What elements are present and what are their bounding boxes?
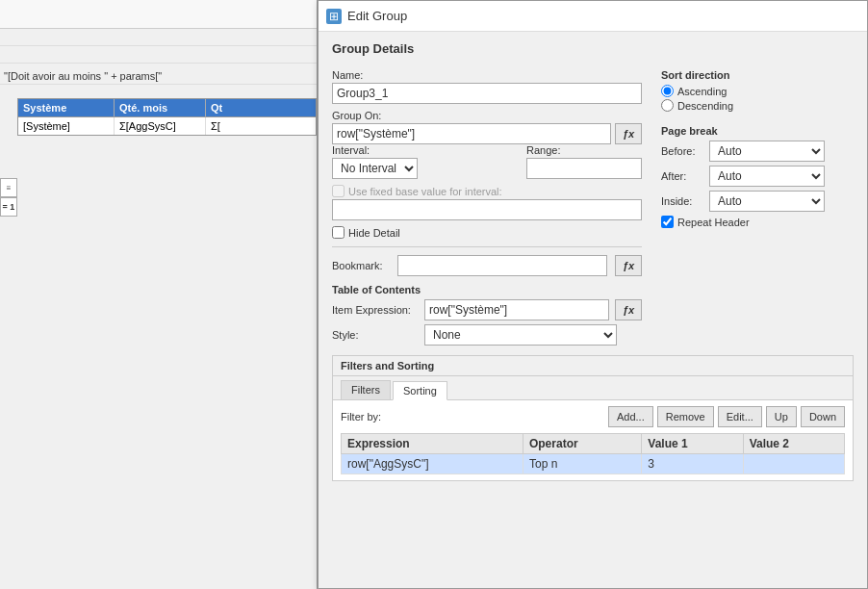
fs-buttons: Add... Remove Edit... Up Down xyxy=(608,406,845,427)
main-two-col: Name: Group On: ƒx Interval: No Interval xyxy=(332,69,854,346)
item-expression-row: Item Expression: ƒx xyxy=(332,299,642,320)
sidebar-icon-1[interactable]: ≡ xyxy=(0,178,17,197)
filters-sorting-header: Filters and Sorting xyxy=(333,356,853,376)
hide-detail-row: Hide Detail xyxy=(332,226,642,239)
fs-toolbar: Filter by: Add... Remove Edit... Up Down xyxy=(341,406,845,427)
col-qte-mois: Qté. mois xyxy=(115,99,206,116)
fs-tabs: Filters Sorting xyxy=(333,376,853,400)
item-expression-fx-button[interactable]: ƒx xyxy=(615,299,642,320)
up-button[interactable]: Up xyxy=(766,406,797,427)
filter-table: Expression Operator Value 1 Value 2 row[… xyxy=(341,433,845,474)
filters-sorting-section: Filters and Sorting Filters Sorting Filt… xyxy=(332,355,854,481)
row-operator: Top n xyxy=(523,454,641,474)
after-row: After: Auto Always Never xyxy=(661,166,854,187)
descending-row: Descending xyxy=(661,99,854,112)
dialog-icon: ⊞ xyxy=(326,9,342,24)
name-label: Name: xyxy=(332,69,642,81)
remove-button[interactable]: Remove xyxy=(657,406,714,427)
dialog-titlebar: ⊞ Edit Group xyxy=(319,1,867,32)
add-button[interactable]: Add... xyxy=(608,406,653,427)
interval-col: Interval: No Interval xyxy=(332,144,517,179)
toc-title: Table of Contents xyxy=(332,284,642,295)
dialog-icon-symbol: ⊞ xyxy=(329,10,339,23)
divider-1 xyxy=(332,246,642,247)
col-operator: Operator xyxy=(523,434,641,454)
ascending-row: Ascending xyxy=(661,85,854,97)
before-select[interactable]: Auto Always Never xyxy=(709,141,825,162)
interval-select[interactable]: No Interval xyxy=(332,158,418,179)
page-break-title: Page break xyxy=(661,125,854,137)
background-panel: "[Doit avoir au moins " + params[" ≡ = 1… xyxy=(0,0,318,589)
section-title: Group Details xyxy=(332,41,854,60)
descending-label: Descending xyxy=(677,100,733,112)
interval-range-row: Interval: No Interval Range: xyxy=(332,144,642,179)
row-value2 xyxy=(743,454,844,474)
hide-detail-checkbox[interactable] xyxy=(332,226,345,239)
group-on-input[interactable] xyxy=(332,123,611,144)
sidebar-icon-2[interactable]: = 1 xyxy=(0,197,17,217)
formula-bar: "[Doit avoir au moins " + params[" xyxy=(0,64,317,85)
dialog-title: Edit Group xyxy=(347,9,407,23)
after-select[interactable]: Auto Always Never xyxy=(709,166,825,187)
use-fixed-base-row: Use fixed base value for interval: xyxy=(332,185,642,197)
after-label: After: xyxy=(661,170,702,182)
right-col: Sort direction Ascending Descending Page… xyxy=(661,69,854,346)
style-label: Style: xyxy=(332,329,419,341)
bookmark-fx-button[interactable]: ƒx xyxy=(615,255,642,276)
table-row[interactable]: row["AggSysC"] Top n 3 xyxy=(342,454,845,474)
col-qt: Qt xyxy=(206,99,316,116)
row-sigma: Σ[ xyxy=(206,117,316,135)
hide-detail-label: Hide Detail xyxy=(348,227,400,239)
style-row: Style: None Heading 1 Heading 2 xyxy=(332,324,642,346)
descending-radio[interactable] xyxy=(661,99,674,112)
row-value1: 3 xyxy=(642,454,743,474)
page-break-section: Page break Before: Auto Always Never Aft… xyxy=(661,125,854,228)
edit-group-dialog: ⊞ Edit Group Group Details Name: Group O… xyxy=(318,0,868,589)
filters-tab[interactable]: Filters xyxy=(341,380,391,399)
item-expression-input[interactable] xyxy=(424,299,609,320)
ascending-radio[interactable] xyxy=(661,85,674,97)
group-on-fx-button[interactable]: ƒx xyxy=(615,123,642,144)
col-value1: Value 1 xyxy=(642,434,743,454)
col-value2: Value 2 xyxy=(743,434,844,454)
edit-button[interactable]: Edit... xyxy=(718,406,762,427)
bookmark-input[interactable] xyxy=(397,255,607,276)
bookmark-row: Bookmark: ƒx xyxy=(332,255,642,276)
toc-section: Table of Contents Item Expression: ƒx St… xyxy=(332,284,642,346)
inside-label: Inside: xyxy=(661,195,702,207)
row-systeme: [Système] xyxy=(18,117,115,135)
item-expression-label: Item Expression: xyxy=(332,304,419,316)
repeat-header-row: Repeat Header xyxy=(661,216,854,228)
down-button[interactable]: Down xyxy=(801,406,845,427)
inside-row: Inside: Auto Always Never xyxy=(661,191,854,212)
group-on-label: Group On: xyxy=(332,110,642,121)
fixed-base-input[interactable] xyxy=(332,199,642,220)
bookmark-label: Bookmark: xyxy=(332,260,390,271)
fs-content: Filter by: Add... Remove Edit... Up Down… xyxy=(333,400,853,480)
before-label: Before: xyxy=(661,145,702,157)
ascending-label: Ascending xyxy=(677,86,727,97)
range-label: Range: xyxy=(526,144,642,156)
sort-direction-title: Sort direction xyxy=(661,69,854,81)
use-fixed-base-checkbox[interactable] xyxy=(332,185,345,197)
row-expression: row["AggSysC"] xyxy=(342,454,523,474)
range-col: Range: xyxy=(526,144,642,179)
name-input[interactable] xyxy=(332,83,642,104)
before-row: Before: Auto Always Never xyxy=(661,141,854,162)
repeat-header-label: Repeat Header xyxy=(677,217,750,228)
left-col: Name: Group On: ƒx Interval: No Interval xyxy=(332,69,642,346)
dialog-body: Group Details Name: Group On: ƒx Interva… xyxy=(319,32,867,588)
col-systeme: Système xyxy=(18,99,115,116)
group-on-row: ƒx xyxy=(332,123,642,144)
sort-section: Sort direction Ascending Descending xyxy=(661,69,854,112)
use-fixed-base-label: Use fixed base value for interval: xyxy=(348,186,502,197)
interval-label: Interval: xyxy=(332,144,517,156)
inside-select[interactable]: Auto Always Never xyxy=(709,191,825,212)
col-expression: Expression xyxy=(342,434,523,454)
filter-by-label: Filter by: xyxy=(341,411,381,423)
row-aggSysC: Σ[AggSysC] xyxy=(115,117,206,135)
style-select[interactable]: None Heading 1 Heading 2 xyxy=(424,324,617,346)
range-input[interactable] xyxy=(526,158,642,179)
sorting-tab[interactable]: Sorting xyxy=(393,381,447,400)
repeat-header-checkbox[interactable] xyxy=(661,216,674,228)
